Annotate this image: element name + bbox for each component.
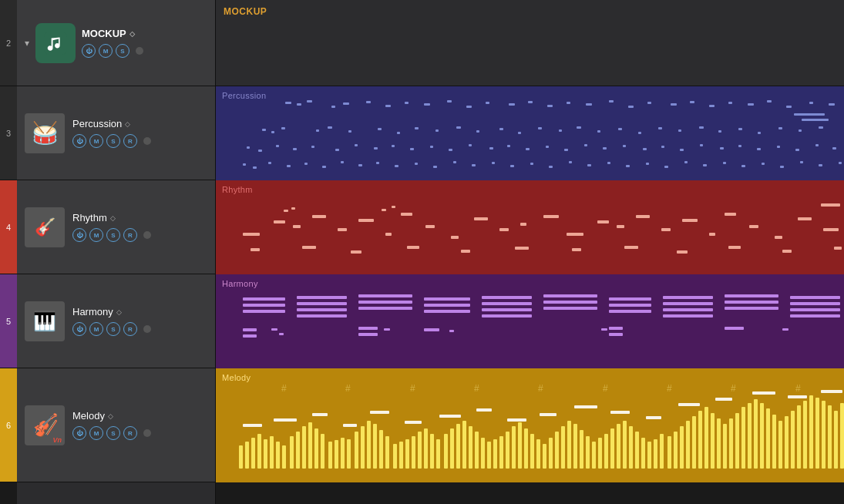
melody-record-button[interactable]: R [123,426,137,440]
svg-rect-97 [304,163,308,165]
harmony-diamond-icon: ◇ [116,308,122,316]
svg-rect-15 [547,105,553,107]
rhythm-record-button[interactable]: R [123,228,137,242]
svg-rect-206 [725,327,744,330]
svg-rect-129 [312,215,326,218]
rhythm-solo-button[interactable]: S [106,228,120,242]
svg-rect-199 [663,296,713,299]
svg-text:#: # [795,383,801,394]
svg-rect-117 [684,161,688,163]
mockup-solo-button[interactable]: S [116,44,129,58]
svg-rect-135 [451,236,459,239]
harmony-mute-button[interactable]: M [89,322,103,336]
svg-rect-75 [507,145,510,147]
svg-rect-76 [526,148,530,150]
svg-rect-308 [754,399,758,469]
svg-rect-273 [536,439,540,469]
svg-rect-81 [623,145,626,147]
svg-rect-153 [775,236,782,239]
svg-rect-44 [499,128,503,130]
melody-lane[interactable]: Melody # # # # # # # # # [216,368,844,482]
svg-rect-232 [276,442,280,469]
svg-rect-339 [788,395,807,398]
svg-rect-198 [609,333,623,336]
melody-mute-button[interactable]: M [89,426,103,440]
svg-rect-149 [682,219,698,222]
svg-rect-161 [515,247,529,250]
percussion-power-button[interactable]: ⏻ [72,134,86,148]
svg-rect-197 [609,327,623,330]
svg-rect-123 [800,161,803,163]
harmony-solo-button[interactable]: S [106,322,120,336]
svg-rect-108 [510,165,514,167]
percussion-dot-button[interactable] [143,137,151,145]
svg-text:#: # [410,383,415,394]
harmony-notes-svg [216,274,844,368]
svg-rect-62 [258,150,262,152]
svg-rect-295 [674,432,678,469]
svg-rect-4 [331,106,335,108]
svg-rect-239 [321,434,324,469]
svg-rect-249 [385,436,389,469]
track-number-6: 6 [0,368,17,482]
percussion-record-button[interactable]: R [123,134,137,148]
svg-rect-176 [297,308,347,311]
svg-rect-32 [262,129,266,131]
rhythm-diamond-icon: ◇ [110,214,116,222]
harmony-power-button[interactable]: ⏻ [72,322,86,336]
rhythm-power-button[interactable]: ⏻ [72,228,86,242]
svg-rect-186 [424,328,439,331]
svg-rect-310 [766,408,770,469]
rhythm-dot-button[interactable] [143,231,151,239]
svg-rect-226 [239,445,243,469]
svg-rect-266 [493,439,497,469]
svg-rect-157 [302,246,316,249]
svg-rect-233 [282,445,286,469]
svg-rect-16 [567,102,570,104]
track-number-4: 4 [0,180,17,274]
svg-rect-247 [373,424,377,469]
piano-roll-main[interactable]: MOCKUP Percussion [216,0,844,504]
svg-rect-84 [680,149,684,151]
bass-amp-icon: 🎸 [35,217,55,237]
harmony-record-button[interactable]: R [123,322,137,336]
svg-rect-322 [840,403,844,469]
svg-rect-284 [604,434,608,469]
svg-rect-214 [449,330,454,332]
svg-rect-289 [635,432,639,469]
melody-power-button[interactable]: ⏻ [72,426,86,440]
percussion-lane[interactable]: Percussion [216,86,844,180]
svg-rect-192 [543,301,597,304]
svg-rect-107 [492,162,495,164]
svg-rect-14 [528,101,533,103]
svg-rect-175 [297,302,347,305]
rhythm-lane[interactable]: Rhythm [216,180,844,274]
rhythm-mute-button[interactable]: M [89,228,103,242]
percussion-solo-button[interactable]: S [106,134,120,148]
melody-dot-button[interactable] [143,429,151,437]
mockup-chevron-icon[interactable]: ▾ [25,38,29,49]
svg-rect-18 [609,100,614,102]
svg-rect-51 [638,132,641,134]
svg-rect-52 [658,127,662,129]
percussion-mute-button[interactable]: M [89,134,103,148]
mockup-region-label: MOCKUP [224,6,267,17]
mockup-track-header: ▾ MOCKUP ◇ ⏻ M S [17,0,215,86]
melody-solo-button[interactable]: S [106,426,120,440]
svg-rect-95 [268,162,271,164]
svg-rect-283 [598,438,602,469]
mockup-dot-button[interactable] [136,47,143,55]
svg-rect-133 [401,213,412,216]
svg-rect-320 [828,405,832,469]
svg-rect-324 [274,418,297,422]
svg-rect-200 [663,302,713,305]
svg-rect-306 [741,407,745,469]
mockup-power-button[interactable]: ⏻ [82,44,96,58]
svg-rect-285 [610,428,614,469]
harmony-dot-button[interactable] [143,325,151,333]
percussion-track-thumb: 🥁 [25,113,65,153]
svg-rect-332 [540,413,557,416]
mockup-mute-button[interactable]: M [99,44,113,58]
harmony-lane[interactable]: Harmony [216,274,844,368]
svg-rect-203 [725,294,778,297]
